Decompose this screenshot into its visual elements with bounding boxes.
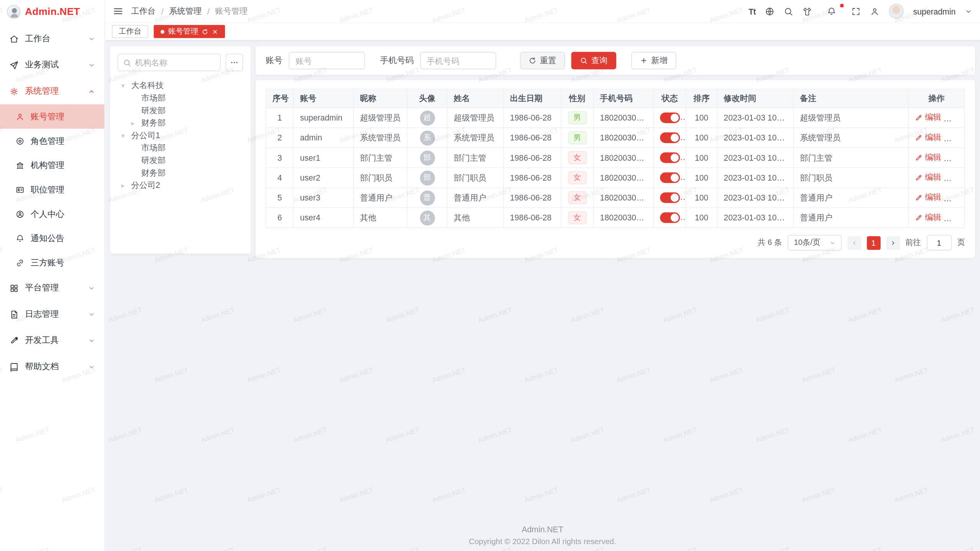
close-icon[interactable] bbox=[212, 28, 218, 34]
tree-node[interactable]: 市场部 bbox=[118, 142, 243, 155]
fullscreen-icon[interactable] bbox=[851, 7, 861, 16]
search-icon[interactable] bbox=[784, 7, 793, 16]
sidebar-item-platform-management[interactable]: 平台管理 bbox=[0, 275, 105, 301]
column-header: 手机号码 bbox=[593, 89, 653, 108]
sidebar-item-help-docs[interactable]: 帮助文档 bbox=[0, 354, 105, 380]
account-filter-label: 账号 bbox=[266, 55, 283, 66]
reset-button[interactable]: 重置 bbox=[520, 52, 565, 70]
theme-icon[interactable] bbox=[802, 7, 812, 16]
edit-button[interactable]: 编辑 bbox=[915, 192, 941, 203]
tree-more-button[interactable] bbox=[225, 54, 243, 71]
toggle-knob bbox=[671, 214, 679, 222]
edit-button[interactable]: 编辑 bbox=[915, 132, 941, 143]
account-filter-input[interactable] bbox=[289, 52, 365, 70]
breadcrumb-item[interactable]: 工作台 bbox=[131, 6, 156, 17]
sidebar-item-profile-center[interactable]: 个人中心 bbox=[0, 202, 105, 226]
caret-right-icon[interactable]: ▸ bbox=[131, 119, 141, 127]
prev-page-button[interactable] bbox=[847, 236, 861, 249]
edit-button[interactable]: 编辑 bbox=[915, 212, 941, 223]
sidebar-item-account-management[interactable]: 账号管理 bbox=[0, 104, 105, 129]
caret-down-icon[interactable]: ▾ bbox=[121, 82, 131, 90]
edit-icon bbox=[915, 114, 923, 122]
tree-node[interactable]: 研发部 bbox=[118, 104, 243, 117]
tree-node-label: 大名科技 bbox=[131, 80, 164, 91]
sidebar-item-log-management[interactable]: 日志管理 bbox=[0, 301, 105, 328]
row-more-actions-button[interactable] bbox=[951, 155, 960, 164]
sidebar-item-org-management[interactable]: 机构管理 bbox=[0, 153, 105, 178]
row-more-actions-button[interactable] bbox=[951, 135, 960, 143]
app-logo[interactable]: Admin.NET bbox=[0, 0, 105, 23]
tree-node[interactable]: ▸ 财务部 bbox=[118, 117, 243, 129]
refresh-icon[interactable] bbox=[202, 28, 208, 34]
add-button[interactable]: 新增 bbox=[631, 52, 676, 70]
sidebar-item-third-party-account[interactable]: 三方账号 bbox=[0, 251, 105, 275]
username[interactable]: superadmin bbox=[913, 7, 956, 16]
tree-node[interactable]: ▾ 分公司1 bbox=[118, 129, 243, 142]
user-icon[interactable] bbox=[870, 7, 879, 16]
tree-node[interactable]: ▾ 大名科技 bbox=[118, 79, 243, 92]
tab-account-management[interactable]: 账号管理 bbox=[154, 25, 225, 38]
table-row[interactable]: 6 user4 其他 其 其他 1986-06-28 女 18020030720 bbox=[266, 208, 965, 228]
globe-icon[interactable] bbox=[765, 7, 774, 16]
table-row[interactable]: 2 admin 系统管理员 系 系统管理员 1986-06-28 男 18020… bbox=[266, 128, 965, 148]
caret-down-icon[interactable]: ▾ bbox=[121, 132, 131, 140]
table-row[interactable]: 5 user3 普通用户 普 普通用户 1986-06-28 女 1802003… bbox=[266, 188, 965, 208]
row-more-actions-button[interactable] bbox=[951, 175, 960, 184]
table-row[interactable]: 1 superadmin 超级管理员 超 超级管理员 1986-06-28 男 … bbox=[266, 108, 965, 128]
column-header: 操作 bbox=[908, 89, 965, 108]
status-toggle[interactable] bbox=[660, 132, 680, 143]
caret-right-icon[interactable]: ▸ bbox=[121, 181, 131, 189]
page-number-button[interactable]: 1 bbox=[867, 236, 880, 249]
status-toggle[interactable] bbox=[660, 212, 680, 223]
tree-node-label: 研发部 bbox=[141, 105, 166, 116]
sidebar-item-dev-tools[interactable]: 开发工具 bbox=[0, 328, 105, 354]
row-more-actions-button[interactable] bbox=[951, 215, 960, 223]
row-more-actions-button[interactable] bbox=[951, 195, 960, 204]
query-button[interactable]: 查询 bbox=[571, 52, 616, 70]
sidebar-item-system-management[interactable]: 系统管理 bbox=[0, 78, 105, 104]
user-avatar[interactable] bbox=[889, 4, 904, 19]
row-more-actions-button[interactable] bbox=[951, 115, 960, 124]
edit-button-label: 编辑 bbox=[925, 172, 941, 183]
goto-page-input[interactable] bbox=[926, 235, 951, 251]
sidebar-item-position-management[interactable]: 职位管理 bbox=[0, 178, 105, 202]
status-toggle[interactable] bbox=[660, 112, 680, 123]
edit-button[interactable]: 编辑 bbox=[915, 172, 941, 183]
edit-button[interactable]: 编辑 bbox=[915, 112, 941, 123]
sidebar-item-notice[interactable]: 通知公告 bbox=[0, 226, 105, 251]
chevron-up-icon bbox=[88, 88, 95, 95]
status-toggle[interactable] bbox=[660, 192, 680, 203]
edit-button-label: 编辑 bbox=[925, 212, 941, 223]
page-unit-label: 页 bbox=[957, 237, 965, 248]
hamburger-menu-icon[interactable] bbox=[113, 6, 123, 16]
cell-account: superadmin bbox=[294, 108, 354, 128]
sidebar-item-role-management[interactable]: 角色管理 bbox=[0, 129, 105, 153]
cell-nickname: 普通用户 bbox=[353, 188, 407, 208]
next-page-button[interactable] bbox=[886, 236, 900, 249]
tree-node[interactable]: 研发部 bbox=[118, 154, 243, 167]
status-toggle[interactable] bbox=[660, 173, 680, 183]
table-row[interactable]: 4 user2 部门职员 部 部门职员 1986-06-28 女 1802003… bbox=[266, 168, 965, 187]
tree-node[interactable]: 市场部 bbox=[118, 92, 243, 104]
edit-button[interactable]: 编辑 bbox=[915, 152, 941, 163]
tree-node-label: 财务部 bbox=[141, 168, 166, 179]
sidebar-item-workbench[interactable]: 工作台 bbox=[0, 26, 105, 52]
chevron-down-icon[interactable] bbox=[965, 8, 972, 15]
cell-remark: 系统管理员 bbox=[794, 128, 908, 148]
tree-node[interactable]: ▸ 分公司2 bbox=[118, 179, 243, 192]
status-toggle[interactable] bbox=[660, 152, 680, 163]
column-header: 排序 bbox=[686, 89, 717, 108]
sidebar-item-business-test[interactable]: 业务测试 bbox=[0, 52, 105, 78]
phone-filter-input[interactable] bbox=[420, 52, 496, 70]
org-search-input[interactable] bbox=[135, 58, 215, 67]
cell-order: 100 bbox=[686, 208, 717, 228]
table-row[interactable]: 3 user1 部门主管 部 部门主管 1986-06-28 女 1802003… bbox=[266, 148, 965, 168]
notification-bell-icon[interactable] bbox=[821, 5, 842, 18]
page-size-select[interactable]: 10条/页 bbox=[787, 235, 841, 251]
breadcrumb-item[interactable]: 系统管理 bbox=[169, 6, 202, 17]
sidebar-item-label: 三方账号 bbox=[31, 257, 64, 268]
font-size-icon[interactable]: Tt bbox=[749, 7, 756, 16]
filter-bar: 账号 手机号码 重置 查询 bbox=[256, 46, 975, 75]
tab-workbench[interactable]: 工作台 bbox=[112, 25, 148, 38]
tree-node[interactable]: 财务部 bbox=[118, 167, 243, 179]
